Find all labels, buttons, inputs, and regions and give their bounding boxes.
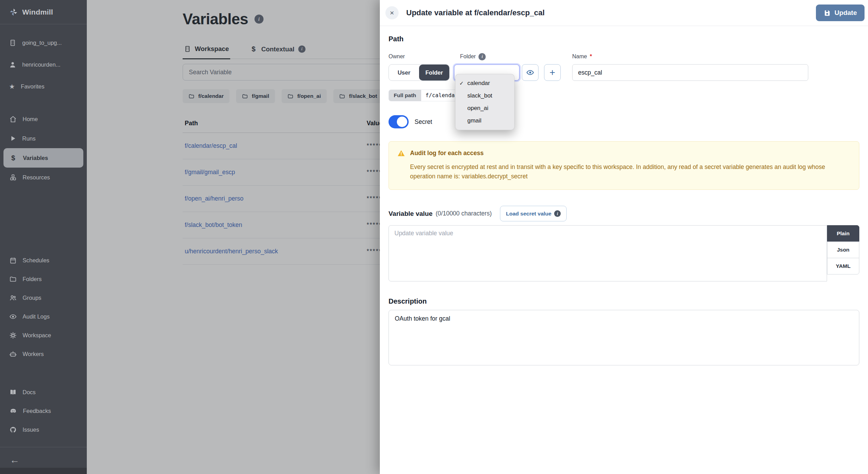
sidebar-item-folders[interactable]: Folders bbox=[3, 270, 83, 288]
close-icon[interactable]: × bbox=[385, 6, 399, 19]
audit-log-warning: Audit log for each access Every secret i… bbox=[389, 141, 859, 190]
info-icon: i bbox=[478, 53, 486, 60]
variable-value-textarea[interactable] bbox=[389, 225, 827, 281]
toggle-knob bbox=[397, 117, 407, 127]
variable-value-heading: Variable value bbox=[389, 210, 433, 218]
brand-name: Windmill bbox=[22, 8, 53, 16]
sidebar-item-audit-logs[interactable]: Audit Logs bbox=[3, 307, 83, 326]
owner-label: Owner bbox=[389, 52, 450, 61]
star-icon: ★ bbox=[9, 83, 15, 91]
sidebar-item-workspace[interactable]: Workspace bbox=[3, 326, 83, 345]
info-icon: i bbox=[554, 210, 561, 217]
sidebar-item-label: Variables bbox=[23, 155, 48, 161]
sidebar-item-feedbacks[interactable]: Feedbacks bbox=[3, 401, 83, 420]
sidebar-item-variables[interactable]: $ Variables bbox=[3, 148, 83, 168]
sidebar-item-label: Resources bbox=[23, 174, 50, 181]
sidebar-item-runs[interactable]: Runs bbox=[3, 129, 83, 148]
discord-icon bbox=[9, 407, 17, 415]
dropdown-option-label: open_ai bbox=[467, 105, 489, 111]
github-icon bbox=[9, 426, 17, 433]
user-icon bbox=[9, 61, 16, 68]
sidebar-item-workers[interactable]: Workers bbox=[3, 345, 83, 363]
update-button[interactable]: Update bbox=[816, 5, 865, 21]
dropdown-option-calendar[interactable]: ✓ calendar bbox=[456, 77, 514, 90]
owner-option-user[interactable]: User bbox=[389, 65, 419, 81]
sidebar-item-resources[interactable]: Resources bbox=[3, 168, 83, 187]
dropdown-option-slack-bot[interactable]: slack_bot bbox=[456, 90, 514, 102]
favorites-label: Favorites bbox=[21, 83, 44, 90]
sidebar-item-label: Issues bbox=[23, 426, 39, 433]
workspace-selector[interactable]: going_to_upg... bbox=[0, 32, 87, 54]
dollar-icon: $ bbox=[9, 154, 17, 162]
play-icon bbox=[9, 135, 16, 142]
secret-toggle[interactable] bbox=[389, 115, 409, 128]
book-icon bbox=[9, 389, 17, 396]
eye-icon bbox=[526, 68, 534, 77]
owner-option-folder[interactable]: Folder bbox=[419, 65, 449, 81]
folder-dropdown-menu: ✓ calendar slack_bot open_ai gmail bbox=[455, 74, 515, 130]
dropdown-option-label: calendar bbox=[467, 80, 490, 86]
required-asterisk: * bbox=[590, 52, 592, 61]
update-variable-drawer: × Update variable at f/calendar/escp_cal… bbox=[380, 0, 868, 474]
building-icon bbox=[9, 39, 16, 46]
dropdown-option-label: slack_bot bbox=[467, 92, 492, 99]
dropdown-option-label: gmail bbox=[467, 117, 482, 124]
cubes-icon bbox=[9, 174, 17, 181]
owner-kind-toggle: User Folder bbox=[389, 64, 450, 81]
dropdown-option-open-ai[interactable]: open_ai bbox=[456, 102, 514, 115]
workspace-selector-label: going_to_upg... bbox=[22, 40, 62, 46]
sidebar-item-label: Workers bbox=[23, 351, 44, 357]
robot-icon bbox=[9, 350, 17, 358]
save-icon bbox=[824, 9, 831, 17]
sidebar-item-label: Groups bbox=[23, 295, 41, 301]
name-field: Name * bbox=[572, 52, 808, 81]
folder-icon bbox=[9, 276, 17, 283]
sidebar-item-docs[interactable]: Docs bbox=[3, 383, 83, 401]
update-button-label: Update bbox=[835, 9, 857, 17]
favorites-menu[interactable]: ★ Favorites bbox=[0, 76, 87, 98]
user-selector-label: henricourden... bbox=[22, 61, 60, 68]
format-tab-plain[interactable]: Plain bbox=[827, 225, 859, 242]
sidebar-item-issues[interactable]: Issues bbox=[3, 420, 83, 439]
groups-icon bbox=[9, 294, 17, 302]
view-folder-button[interactable] bbox=[522, 64, 539, 81]
dropdown-option-gmail[interactable]: gmail bbox=[456, 115, 514, 127]
sidebar-bottom-strip bbox=[0, 468, 87, 474]
add-folder-button[interactable]: + bbox=[544, 64, 561, 81]
warning-body: Every secret is encrypted at rest and in… bbox=[410, 162, 851, 181]
owner-field: Owner User Folder bbox=[389, 52, 450, 81]
name-label: Name bbox=[572, 52, 587, 61]
gear-icon bbox=[9, 332, 17, 339]
sidebar-item-groups[interactable]: Groups bbox=[3, 288, 83, 307]
character-counter: (0/10000 characters) bbox=[436, 210, 492, 217]
sidebar-item-label: Feedbacks bbox=[23, 408, 51, 414]
sidebar-item-home[interactable]: Home bbox=[3, 109, 83, 129]
sidebar-item-label: Docs bbox=[23, 389, 36, 396]
calendar-icon bbox=[9, 257, 17, 264]
user-selector[interactable]: henricourden... bbox=[0, 54, 87, 76]
drawer-title: Update variable at f/calendar/escp_cal bbox=[406, 8, 545, 17]
sidebar-item-label: Audit Logs bbox=[23, 313, 50, 320]
format-tabs: Plain Json YAML bbox=[827, 225, 859, 274]
format-tab-json[interactable]: Json bbox=[827, 242, 859, 258]
warning-triangle-icon bbox=[397, 149, 405, 157]
brand[interactable]: Windmill bbox=[0, 0, 87, 24]
sidebar-item-label: Workspace bbox=[23, 332, 51, 339]
format-tab-yaml[interactable]: YAML bbox=[827, 258, 859, 274]
description-heading: Description bbox=[389, 297, 859, 306]
sidebar: Windmill going_to_upg... henricourden...… bbox=[0, 0, 87, 474]
home-icon bbox=[9, 116, 17, 123]
check-icon: ✓ bbox=[459, 77, 464, 90]
description-textarea[interactable]: OAuth token for gcal bbox=[389, 310, 859, 365]
eye-icon bbox=[9, 313, 17, 320]
collapse-sidebar-arrow-icon[interactable]: ← bbox=[10, 455, 19, 465]
load-secret-value-button[interactable]: Load secret value i bbox=[500, 206, 567, 221]
name-input[interactable] bbox=[572, 64, 808, 81]
path-section-heading: Path bbox=[389, 34, 859, 43]
full-path-label: Full path bbox=[389, 90, 421, 101]
windmill-logo-icon bbox=[9, 8, 18, 17]
sidebar-item-label: Folders bbox=[23, 276, 42, 282]
sidebar-item-schedules[interactable]: Schedules bbox=[3, 251, 83, 270]
load-secret-value-label: Load secret value bbox=[506, 211, 551, 217]
secret-label: Secret bbox=[415, 118, 432, 126]
